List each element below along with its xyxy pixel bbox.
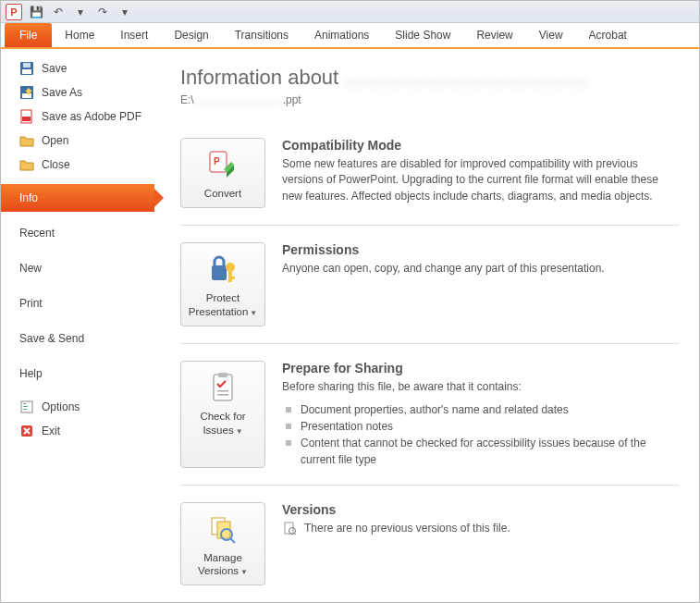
- tab-design[interactable]: Design: [161, 23, 221, 47]
- prepare-sharing-heading: Prepare for Sharing: [282, 361, 679, 375]
- sidebar-new[interactable]: New: [1, 254, 154, 282]
- prepare-sharing-list: Document properties, author's name and r…: [282, 401, 679, 468]
- svg-point-15: [226, 263, 235, 272]
- sidebar-print[interactable]: Print: [1, 289, 154, 317]
- sidebar-save-as[interactable]: Save As: [1, 80, 154, 105]
- versions-text: There are no previous versions of this f…: [282, 521, 679, 536]
- svg-rect-9: [23, 406, 28, 407]
- tab-view[interactable]: View: [526, 23, 576, 47]
- qat-customize-button[interactable]: ▾: [116, 3, 134, 21]
- open-folder-icon: [19, 133, 34, 148]
- page-title: Information about ………………………………: [180, 66, 679, 90]
- tab-insert[interactable]: Insert: [107, 23, 161, 47]
- sidebar-label: Open: [42, 134, 68, 147]
- section-permissions: Protect Presentation▼ Permissions Anyone…: [180, 226, 679, 344]
- list-item: Content that cannot be checked for acces…: [282, 435, 679, 468]
- backstage-sidebar: Save Save As Save as Adobe PDF Open Clos…: [1, 49, 154, 602]
- svg-rect-21: [217, 394, 228, 396]
- qat-undo-button[interactable]: ↶: [49, 3, 68, 21]
- check-issues-label: Check for Issues▼: [185, 410, 261, 437]
- file-path-ext: .ppt: [283, 93, 301, 106]
- versions-message: There are no previous versions of this f…: [304, 522, 510, 535]
- checklist-icon: [206, 371, 239, 404]
- svg-rect-14: [212, 265, 227, 280]
- file-path: E:\…………………….ppt: [180, 93, 679, 106]
- tab-acrobat[interactable]: Acrobat: [576, 23, 640, 47]
- svg-line-25: [230, 538, 235, 543]
- prepare-sharing-intro: Before sharing this file, be aware that …: [282, 379, 679, 395]
- title-bar: P 💾 ↶ ▾ ↷ ▾: [1, 1, 699, 23]
- app-icon[interactable]: P: [5, 3, 23, 21]
- options-icon: [19, 400, 34, 414]
- info-panel: Information about ……………………………… E:\…………………: [154, 49, 699, 602]
- sidebar-label: Exit: [42, 425, 60, 437]
- svg-rect-2: [23, 63, 31, 68]
- convert-icon: P: [206, 148, 239, 181]
- sidebar-label: Save As: [42, 86, 82, 99]
- backstage: Save Save As Save as Adobe PDF Open Clos…: [1, 49, 699, 602]
- page-title-filename: ………………………………: [344, 66, 588, 90]
- check-for-issues-button[interactable]: Check for Issues▼: [180, 361, 265, 467]
- file-path-drive: E:\: [180, 93, 194, 106]
- protect-presentation-button[interactable]: Protect Presentation▼: [180, 242, 265, 326]
- dropdown-arrow-icon: ▼: [236, 427, 243, 436]
- permissions-heading: Permissions: [282, 242, 679, 257]
- compatibility-text: Some new features are disabled for impro…: [282, 156, 679, 204]
- tab-animations[interactable]: Animations: [301, 23, 382, 47]
- sidebar-info[interactable]: Info: [1, 184, 154, 212]
- sidebar-label: Save: [42, 62, 67, 75]
- sidebar-save-send[interactable]: Save & Send: [1, 325, 154, 352]
- sidebar-help[interactable]: Help: [1, 360, 154, 388]
- section-prepare-sharing: Check for Issues▼ Prepare for Sharing Be…: [180, 344, 679, 485]
- sidebar-open[interactable]: Open: [1, 129, 154, 153]
- tab-slide-show[interactable]: Slide Show: [382, 23, 463, 47]
- svg-rect-8: [23, 403, 26, 404]
- section-compatibility: P Convert Compatibility Mode Some new fe…: [180, 121, 679, 226]
- versions-heading: Versions: [282, 502, 679, 517]
- qat-save-button[interactable]: 💾: [27, 3, 45, 21]
- close-folder-icon: [19, 157, 34, 172]
- sidebar-label: Close: [42, 158, 70, 171]
- sidebar-save-pdf[interactable]: Save as Adobe PDF: [1, 105, 154, 129]
- svg-rect-6: [22, 117, 31, 121]
- sidebar-close[interactable]: Close: [1, 153, 154, 177]
- section-versions: Manage Versions▼ Versions There are no p…: [180, 486, 679, 602]
- manage-versions-label: Manage Versions▼: [185, 551, 261, 578]
- permissions-text: Anyone can open, copy, and change any pa…: [282, 261, 679, 277]
- svg-rect-1: [22, 69, 31, 74]
- sidebar-save[interactable]: Save: [1, 56, 154, 80]
- protect-label: Protect Presentation▼: [185, 291, 261, 318]
- sidebar-label: Save as Adobe PDF: [42, 110, 141, 123]
- version-page-icon: [282, 521, 297, 535]
- manage-versions-button[interactable]: Manage Versions▼: [180, 502, 265, 586]
- sidebar-exit[interactable]: Exit: [1, 419, 154, 443]
- convert-label: Convert: [204, 187, 241, 200]
- qat-redo-button[interactable]: ↷: [93, 3, 112, 21]
- file-path-redacted: ……………………: [194, 93, 283, 106]
- sidebar-options[interactable]: Options: [1, 395, 154, 419]
- pdf-icon: [19, 109, 34, 124]
- svg-rect-20: [217, 390, 228, 392]
- svg-text:P: P: [214, 156, 220, 166]
- save-as-icon: [19, 85, 34, 100]
- tab-home[interactable]: Home: [52, 23, 107, 47]
- dropdown-arrow-icon: ▼: [250, 309, 257, 317]
- ribbon-tabs: File Home Insert Design Transitions Anim…: [1, 23, 699, 49]
- svg-line-28: [294, 533, 296, 535]
- svg-rect-18: [214, 375, 232, 400]
- page-title-prefix: Information about: [180, 66, 344, 89]
- versions-icon: [206, 512, 239, 546]
- tab-review[interactable]: Review: [463, 23, 525, 47]
- sidebar-recent[interactable]: Recent: [1, 219, 154, 247]
- tab-file[interactable]: File: [5, 23, 52, 47]
- convert-button[interactable]: P Convert: [180, 138, 265, 208]
- tab-transitions[interactable]: Transitions: [222, 23, 301, 47]
- save-icon: [19, 61, 34, 76]
- qat-undo-more[interactable]: ▾: [71, 3, 90, 21]
- list-item: Presentation notes: [282, 418, 679, 435]
- compatibility-heading: Compatibility Mode: [282, 138, 679, 153]
- dropdown-arrow-icon: ▼: [240, 568, 248, 576]
- list-item: Document properties, author's name and r…: [282, 401, 679, 418]
- svg-rect-10: [23, 409, 27, 410]
- exit-icon: [19, 424, 34, 438]
